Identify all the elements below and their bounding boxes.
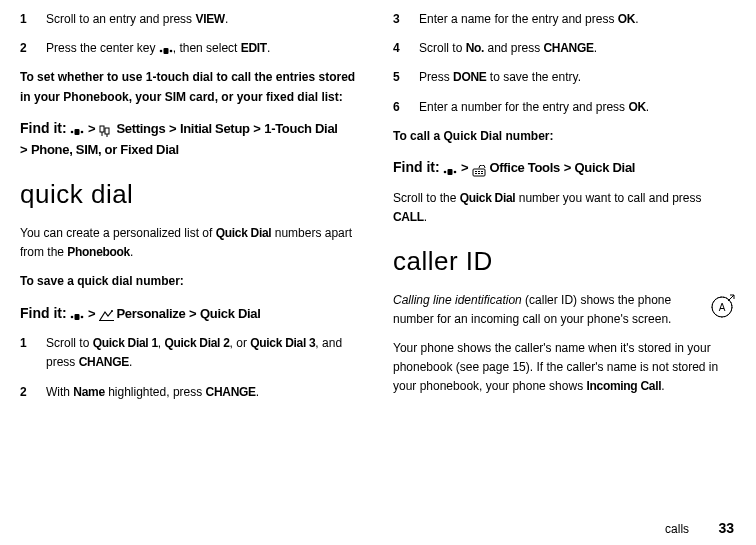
section-label: calls xyxy=(665,522,689,536)
svg-rect-11 xyxy=(75,314,80,320)
gt: > xyxy=(88,306,95,321)
txt: number you want to call and press xyxy=(515,191,701,205)
svg-rect-19 xyxy=(475,171,477,172)
step-text: Press DONE to save the entry. xyxy=(419,68,736,87)
svg-rect-6 xyxy=(100,126,104,132)
office-tools-icon xyxy=(472,163,486,175)
change-key: CHANGE xyxy=(206,385,256,399)
change-key: CHANGE xyxy=(544,41,594,55)
txt: Scroll to the xyxy=(393,191,460,205)
right-column: 3 Enter a name for the entry and press O… xyxy=(393,10,736,412)
calling-line-id-term: Calling line identification xyxy=(393,293,522,307)
network-feature-icon: A xyxy=(710,293,736,325)
subheading-1touch: To set whether to use 1-touch dial to ca… xyxy=(20,68,363,106)
svg-point-2 xyxy=(169,50,172,53)
step-number: 1 xyxy=(20,334,46,372)
quick-dial-label: Quick Dial xyxy=(200,306,261,321)
txt: . xyxy=(646,100,649,114)
find-it-2: Find it: > Personalize > Quick Dial xyxy=(20,302,363,325)
svg-point-0 xyxy=(159,50,162,53)
step-2: 2 Press the center key , then select EDI… xyxy=(20,39,363,58)
center-key-icon xyxy=(443,163,457,175)
caller-id-p2: Your phone shows the caller's name when … xyxy=(393,339,736,397)
step-text: Scroll to an entry and press VIEW. xyxy=(46,10,363,29)
txt: Scroll to an entry and press xyxy=(46,12,195,26)
svg-rect-1 xyxy=(163,48,168,54)
office-tools-label: Office Tools xyxy=(489,160,560,175)
gt: > xyxy=(564,160,571,175)
txt: . xyxy=(129,355,132,369)
call-key: CALL xyxy=(393,210,424,224)
step-4: 4 Scroll to No. and press CHANGE. xyxy=(393,39,736,58)
quick-dial-term: Quick Dial xyxy=(460,191,516,205)
step-number: 2 xyxy=(20,39,46,58)
gt: > xyxy=(253,121,260,136)
svg-line-28 xyxy=(728,295,734,301)
txt: Enter a number for the entry and press xyxy=(419,100,628,114)
quick-dial-label: Quick Dial xyxy=(575,160,636,175)
qd1: Quick Dial 1 xyxy=(93,336,158,350)
quick-dial-term: Quick Dial xyxy=(216,226,272,240)
gt: > xyxy=(20,142,27,157)
find-it-label: Find it: xyxy=(20,120,67,136)
svg-point-12 xyxy=(81,316,84,319)
svg-rect-20 xyxy=(478,171,480,172)
heading-caller-id: caller ID xyxy=(393,241,736,283)
txt: to save the entry. xyxy=(487,70,582,84)
txt: : xyxy=(550,129,554,143)
find-it-label: Find it: xyxy=(20,305,67,321)
quick-step-1: 1 Scroll to Quick Dial 1, Quick Dial 2, … xyxy=(20,334,363,372)
step-text: Enter a number for the entry and press O… xyxy=(419,98,736,117)
step-text: Scroll to Quick Dial 1, Quick Dial 2, or… xyxy=(46,334,363,372)
txt: : xyxy=(339,90,343,104)
heading-quick-dial: quick dial xyxy=(20,174,363,216)
find-it-1: Find it: > Settings > Initial Setup > 1-… xyxy=(20,117,363,161)
onetouch-label: 1-Touch Dial xyxy=(264,121,337,136)
svg-text:A: A xyxy=(719,302,726,313)
center-key-icon xyxy=(70,308,84,320)
step-text: Enter a name for the entry and press OK. xyxy=(419,10,736,29)
gt: > xyxy=(461,160,468,175)
view-key: VIEW xyxy=(195,12,224,26)
svg-rect-24 xyxy=(481,173,483,174)
gt: > xyxy=(169,121,176,136)
svg-rect-7 xyxy=(105,128,109,134)
txt: To set whether to use 1-touch dial to ca… xyxy=(20,70,355,103)
left-column: 1 Scroll to an entry and press VIEW. 2 P… xyxy=(20,10,363,412)
txt: . xyxy=(130,245,133,259)
name-field: Name xyxy=(73,385,104,399)
txt: , or xyxy=(230,336,251,350)
edit-key: EDIT xyxy=(241,41,267,55)
svg-rect-14 xyxy=(99,320,114,321)
caller-id-p1: A Calling line identification (caller ID… xyxy=(393,291,736,329)
step-3: 3 Enter a name for the entry and press O… xyxy=(393,10,736,29)
no-field: No. xyxy=(466,41,484,55)
txt: You can create a personalized list of xyxy=(20,226,216,240)
txt: Enter a name for the entry and press xyxy=(419,12,618,26)
subheading-save-quick: To save a quick dial number: xyxy=(20,272,363,291)
step-text: With Name highlighted, press CHANGE. xyxy=(46,383,363,402)
txt: . xyxy=(635,12,638,26)
txt: . xyxy=(661,379,664,393)
step-number: 4 xyxy=(393,39,419,58)
txt: . xyxy=(594,41,597,55)
svg-point-3 xyxy=(71,131,74,134)
svg-rect-16 xyxy=(448,169,453,175)
svg-point-13 xyxy=(111,310,113,312)
subheading-call-quick: To call a Quick Dial number: xyxy=(393,127,736,146)
gt: > xyxy=(189,306,196,321)
settings-icon xyxy=(99,123,113,135)
svg-rect-18 xyxy=(473,169,485,176)
txt: . xyxy=(267,41,270,55)
txt: Scroll to xyxy=(419,41,466,55)
svg-rect-21 xyxy=(481,171,483,172)
txt: Press xyxy=(419,70,453,84)
step-number: 5 xyxy=(393,68,419,87)
change-key: CHANGE xyxy=(79,355,129,369)
qd3: Quick Dial 3 xyxy=(250,336,315,350)
personalize-label: Personalize xyxy=(116,306,185,321)
txt: To call a Quick Dial number xyxy=(393,129,550,143)
step-6: 6 Enter a number for the entry and press… xyxy=(393,98,736,117)
ok-key: OK xyxy=(628,100,645,114)
txt: . xyxy=(225,12,228,26)
